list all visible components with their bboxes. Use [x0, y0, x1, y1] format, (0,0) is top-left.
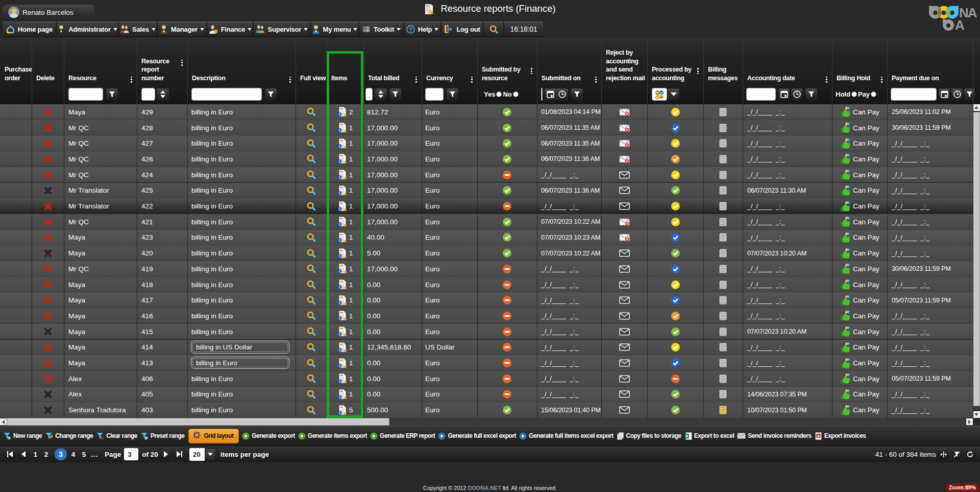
- svg-text:A: A: [955, 17, 965, 31]
